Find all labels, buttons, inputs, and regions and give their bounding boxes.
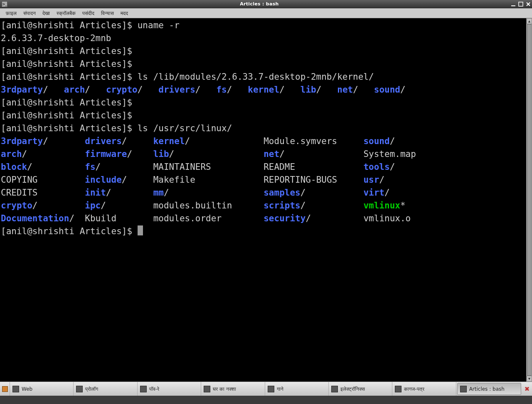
task-icon [204, 386, 210, 392]
task-2[interactable]: पॉव-रे [138, 382, 201, 396]
task-6[interactable]: कागज-पत्र [392, 382, 456, 396]
task-7[interactable]: Articles : bash [457, 383, 521, 395]
scroll-track[interactable] [527, 24, 532, 376]
task-label: पॉव-रे [149, 386, 159, 392]
menu-item-3[interactable]: स्क्रॉलबैक [53, 9, 79, 17]
scrollbar[interactable]: ▲ ▼ [526, 18, 532, 382]
task-3[interactable]: घर का नक्शा [201, 382, 265, 396]
menu-item-0[interactable]: फ़ाइल [2, 9, 20, 17]
task-label: इलेक्ट्रॉनिक्स [340, 386, 365, 392]
scroll-thumb[interactable] [527, 24, 532, 376]
task-icon [460, 386, 467, 392]
task-label: घर का नक्शा [213, 386, 236, 392]
task-5[interactable]: इलेक्ट्रॉनिक्स [329, 382, 392, 396]
panel-close-button[interactable]: ✖ [522, 382, 532, 396]
show-desktop-icon [2, 386, 8, 392]
task-icon [140, 386, 147, 392]
menu-item-5[interactable]: विन्यास [98, 9, 117, 17]
task-label: गाने [277, 386, 283, 392]
svg-rect-1 [519, 2, 523, 6]
svg-rect-0 [511, 5, 515, 6]
task-icon [12, 386, 19, 392]
minimize-button[interactable] [510, 1, 517, 7]
task-label: Web [22, 386, 32, 392]
cursor [138, 225, 143, 235]
scroll-down-button[interactable]: ▼ [527, 376, 532, 382]
maximize-button[interactable] [517, 1, 525, 7]
menu-item-2[interactable]: देखा [39, 9, 53, 17]
task-panel: Webप्रोलॉगपॉव-रेघर का नक्शागानेइलेक्ट्रॉ… [0, 382, 532, 396]
task-0[interactable]: Web [10, 382, 74, 396]
menu-item-1[interactable]: संपादन [20, 9, 39, 17]
menu-item-4[interactable]: पसंदीद [79, 9, 98, 17]
scroll-up-button[interactable]: ▲ [527, 18, 532, 24]
terminal-container: [anil@shrishti Articles]$ uname -r2.6.33… [0, 18, 532, 382]
close-button[interactable] [525, 1, 532, 7]
task-icon [331, 386, 338, 392]
window-app-icon: >_ [2, 1, 7, 7]
task-icon [76, 386, 83, 392]
window-title: Articles : bash [9, 1, 510, 7]
task-icon [395, 386, 401, 392]
terminal[interactable]: [anil@shrishti Articles]$ uname -r2.6.33… [0, 18, 526, 382]
menu-item-6[interactable]: मदद [117, 9, 131, 17]
show-desktop-button[interactable] [0, 382, 10, 396]
task-icon [268, 386, 274, 392]
titlebar: >_ Articles : bash [0, 0, 532, 8]
task-4[interactable]: गाने [265, 382, 329, 396]
task-label: Articles : bash [469, 386, 505, 392]
task-1[interactable]: प्रोलॉग [74, 382, 137, 396]
task-label: कागज-पत्र [404, 386, 424, 392]
menubar: फ़ाइलसंपादनदेखास्क्रॉलबैकपसंदीदविन्यासमद… [0, 8, 532, 18]
task-label: प्रोलॉग [85, 386, 98, 392]
